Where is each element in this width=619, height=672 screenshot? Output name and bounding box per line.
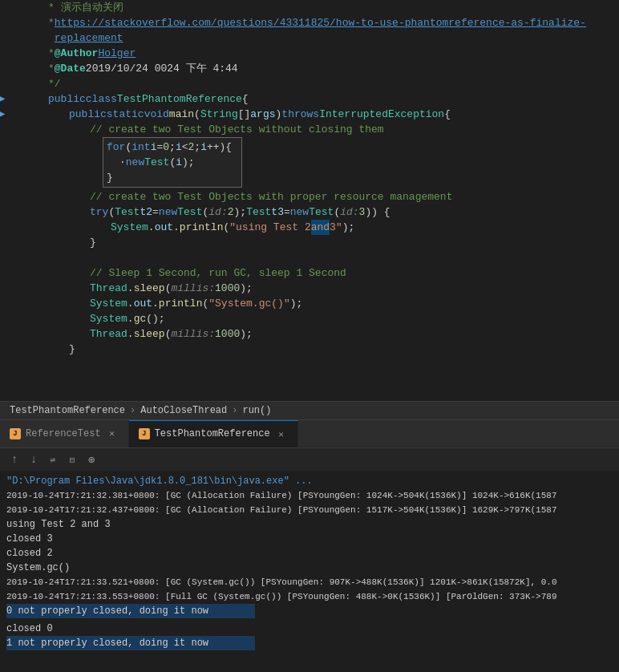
filter-btn[interactable]: ⊟ bbox=[64, 451, 80, 468]
var-t2: t2 bbox=[140, 204, 152, 220]
comment-star: * bbox=[48, 61, 55, 76]
terminal-text-0: "D:\Program Files\Java\jdk1.8.0_181\bin\… bbox=[6, 476, 313, 487]
terminal-text-3: using Test 2 and 3 bbox=[6, 519, 111, 530]
new-test-line: · new Test(i); bbox=[119, 155, 238, 170]
breadcrumb-class[interactable]: TestPhantomReference bbox=[10, 405, 125, 416]
author-name: Holger bbox=[98, 46, 136, 61]
tab-phantom-reference[interactable]: J TestPhantomReference ✕ bbox=[129, 420, 298, 447]
type-test5: Test bbox=[309, 204, 334, 220]
code-line: * 演示自动关闭 bbox=[48, 0, 619, 15]
down-arrow-btn[interactable]: ↓ bbox=[26, 451, 42, 468]
keyword-new2: new bbox=[159, 204, 177, 220]
keyword-throws: throws bbox=[281, 107, 319, 122]
paren: ( bbox=[125, 140, 131, 155]
string-gc: "System.gc()" bbox=[208, 296, 289, 311]
code-line-date: * @Date 2019/10/24 0024 下午 4:44 bbox=[48, 61, 619, 76]
var-i: i bbox=[151, 140, 157, 155]
terminal-area: ↑ ↓ ⇌ ⊟ ⊕ "D:\Program Files\Java\jdk1.8.… bbox=[0, 447, 619, 670]
code-line: */ bbox=[48, 76, 619, 91]
brace: } bbox=[107, 170, 113, 185]
tab-label-phantom: TestPhantomReference bbox=[155, 428, 270, 439]
tab-close-reference[interactable]: ✕ bbox=[106, 427, 119, 440]
terminal-text-2: 2019-10-24T17:21:32.437+0800: [GC (Alloc… bbox=[6, 505, 557, 515]
var-i-param: i bbox=[176, 155, 182, 170]
method-sleep2: sleep bbox=[134, 326, 165, 342]
breadcrumb-func[interactable]: run() bbox=[242, 405, 271, 416]
code-container: * 演示自动关闭 * https://stackoverflow.com/que… bbox=[0, 0, 619, 357]
breadcrumb-bar: TestPhantomReference › AutoCloseThread ›… bbox=[0, 401, 619, 420]
type-test: Test bbox=[144, 155, 169, 170]
keyword-class: class bbox=[86, 91, 117, 107]
up-btn2[interactable]: ⊕ bbox=[83, 451, 99, 468]
paren4: )) { bbox=[365, 204, 390, 220]
terminal-text-4: closed 3 bbox=[6, 533, 53, 544]
num-2: 2 bbox=[228, 204, 234, 220]
terminal-line-1: 2019-10-24T17:21:32.381+0800: [GC (Alloc… bbox=[6, 488, 613, 503]
keyword-new3: new bbox=[290, 204, 309, 220]
run-icon[interactable]: ▶ bbox=[0, 107, 5, 122]
method-println2: println bbox=[159, 296, 203, 311]
type-string: String bbox=[200, 107, 238, 122]
comment-line: // create two Test Objects without closi… bbox=[48, 122, 619, 137]
tab-reference-test[interactable]: J ReferenceTest ✕ bbox=[0, 420, 129, 447]
paren: ( bbox=[194, 107, 200, 122]
comment-sleep-line: // Sleep 1 Second, run GC, sleep 1 Secon… bbox=[48, 265, 619, 281]
var-out: out bbox=[155, 220, 173, 235]
var-args: args bbox=[250, 107, 275, 122]
tab-icon-phantom: J bbox=[139, 428, 150, 439]
keyword-public: public bbox=[48, 91, 86, 107]
author-tag: @Author bbox=[55, 46, 99, 61]
type-system2: System bbox=[90, 296, 127, 311]
type-thread: Thread bbox=[90, 281, 127, 296]
empty-line bbox=[48, 250, 619, 265]
paren: ( bbox=[223, 220, 229, 235]
breadcrumb-sep1: › bbox=[130, 405, 136, 416]
terminal-line-2: 2019-10-24T17:21:32.437+0800: [GC (Alloc… bbox=[6, 503, 613, 517]
wrap-btn[interactable]: ⇌ bbox=[45, 451, 61, 468]
terminal-line-6: System.gc() bbox=[6, 561, 613, 575]
run-icon[interactable]: ▶ bbox=[0, 91, 5, 107]
string-using: "using Test 2 bbox=[229, 220, 310, 235]
terminal-line-7: 2019-10-24T17:21:33.521+0800: [GC (Syste… bbox=[6, 575, 613, 589]
paren-close: ); bbox=[240, 326, 253, 342]
breadcrumb-method[interactable]: AutoCloseThread bbox=[140, 405, 227, 416]
var-i2: i bbox=[176, 140, 182, 155]
type-test4: Test bbox=[246, 204, 271, 220]
parens: (); bbox=[146, 311, 164, 326]
dot: . bbox=[127, 281, 134, 296]
terminal-text-9: 0 not properly closed, doing it now bbox=[6, 605, 208, 617]
tabs-bar: J ReferenceTest ✕ J TestPhantomReference… bbox=[0, 420, 619, 447]
code-text: */ bbox=[48, 76, 61, 91]
brace: } bbox=[90, 235, 96, 250]
terminal-line-11-highlighted: 1 not properly closed, doing it now bbox=[6, 636, 255, 650]
code-text: * bbox=[48, 15, 55, 30]
terminal-text-7: 2019-10-24T17:21:33.521+0800: [GC (Syste… bbox=[6, 577, 557, 587]
increment: ++) bbox=[207, 140, 225, 155]
breadcrumb-sep2: › bbox=[232, 405, 237, 416]
tab-icon-reference: J bbox=[10, 428, 21, 439]
var-out2: out bbox=[134, 296, 152, 311]
link-text[interactable]: https://stackoverflow.com/questions/4331… bbox=[55, 15, 613, 46]
dot: . bbox=[127, 326, 134, 342]
class-decl-line: ▶ public class TestPhantomReference { bbox=[48, 91, 619, 107]
dot: · bbox=[119, 155, 126, 170]
brace: } bbox=[69, 342, 75, 357]
terminal-line-10: closed 0 bbox=[6, 621, 613, 636]
terminal-text-1: 2019-10-24T17:21:32.381+0800: [GC (Alloc… bbox=[6, 491, 557, 500]
paren-close: ) bbox=[276, 107, 282, 122]
type-exception: InterruptedException bbox=[319, 107, 444, 122]
param-millis2: millis: bbox=[171, 326, 215, 342]
paren2: ( bbox=[202, 204, 208, 220]
brace: { bbox=[242, 91, 249, 107]
dot: . bbox=[127, 311, 134, 326]
paren-close: ); bbox=[290, 296, 303, 311]
num-1000: 1000 bbox=[215, 281, 240, 296]
terminal-text-6: System.gc() bbox=[6, 562, 70, 573]
param-millis: millis: bbox=[171, 281, 215, 296]
tab-close-phantom[interactable]: ✕ bbox=[275, 427, 288, 440]
thread-sleep2-line: Thread. sleep( millis: 1000); bbox=[48, 326, 619, 342]
comment-text2: // create two Test Objects with proper r… bbox=[90, 189, 452, 204]
brace: { bbox=[225, 140, 232, 155]
up-arrow-btn[interactable]: ↑ bbox=[6, 451, 22, 468]
semi2: ; bbox=[194, 140, 200, 155]
